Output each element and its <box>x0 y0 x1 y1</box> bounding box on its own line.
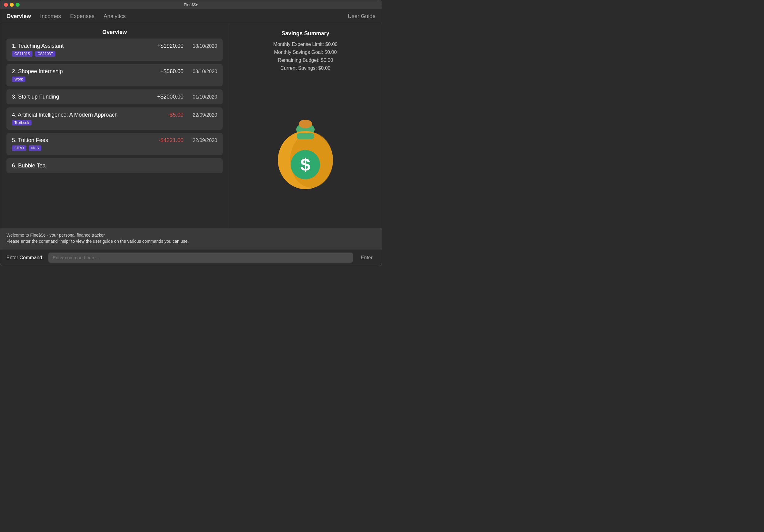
user-guide-link[interactable]: User Guide <box>348 13 376 20</box>
transaction-name: 5. Tuition Fees <box>12 137 48 144</box>
nav-link-analytics[interactable]: Analytics <box>103 12 125 21</box>
enter-button[interactable]: Enter <box>358 253 376 262</box>
transaction-name: 6. Bubble Tea <box>12 163 46 169</box>
savings-stat: Remaining Budget: $0.00 <box>235 58 376 63</box>
right-panel: Savings Summary Monthly Expense Limit: $… <box>229 24 382 228</box>
transaction-amount: +$560.00 <box>160 68 183 75</box>
svg-rect-4 <box>297 133 314 139</box>
message-line: Please enter the command "help" to view … <box>6 239 376 244</box>
tag: GIRO <box>12 145 26 151</box>
transaction-item[interactable]: 2. Shopee Internship+$560.0003/10/2020Wo… <box>6 64 223 86</box>
overview-header: Overview <box>0 24 229 39</box>
command-bar: Enter Command: Enter <box>0 249 382 266</box>
tag: NUS <box>29 145 41 151</box>
transaction-date: 22/09/2020 <box>193 112 217 118</box>
transaction-name: 3. Start-up Funding <box>12 94 59 100</box>
command-input[interactable] <box>48 252 353 263</box>
maximize-button[interactable] <box>16 3 20 7</box>
transaction-amount: +$1920.00 <box>157 43 183 49</box>
transaction-date: 22/09/2020 <box>193 138 217 143</box>
nav-link-overview[interactable]: Overview <box>6 12 31 21</box>
svg-text:$: $ <box>300 155 310 175</box>
transaction-list: 1. Teaching Assistant+$1920.0018/10/2020… <box>0 39 229 228</box>
transaction-date: 03/10/2020 <box>193 69 217 74</box>
savings-stat: Monthly Savings Goal: $0.00 <box>235 50 376 55</box>
transaction-name: 4. Artificial Intelligence: A Modern App… <box>12 112 118 118</box>
transaction-item[interactable]: 5. Tuition Fees-$4221.0022/09/2020GIRONU… <box>6 133 223 155</box>
transaction-item[interactable]: 3. Start-up Funding+$2000.0001/10/2020 <box>6 89 223 104</box>
transaction-amount: -$5.00 <box>168 112 183 118</box>
savings-stat: Monthly Expense Limit: $0.00 <box>235 42 376 47</box>
tag: CS1101S <box>12 51 33 57</box>
transaction-name: 1. Teaching Assistant <box>12 43 64 49</box>
savings-stat: Current Savings: $0.00 <box>235 66 376 71</box>
transaction-amount: -$4221.00 <box>159 137 183 144</box>
close-button[interactable] <box>4 3 8 7</box>
tag: Textbook <box>12 120 32 125</box>
transaction-item[interactable]: 1. Teaching Assistant+$1920.0018/10/2020… <box>6 39 223 61</box>
savings-stats: Monthly Expense Limit: $0.00Monthly Savi… <box>235 42 376 73</box>
tag: Work <box>12 76 25 82</box>
nav-link-incomes[interactable]: Incomes <box>40 12 61 21</box>
nav-links: OverviewIncomesExpensesAnalytics <box>6 12 348 21</box>
transaction-date: 18/10/2020 <box>193 44 217 49</box>
minimize-button[interactable] <box>10 3 14 7</box>
svg-point-3 <box>299 120 312 128</box>
transaction-item[interactable]: 4. Artificial Intelligence: A Modern App… <box>6 107 223 130</box>
main-content: Overview 1. Teaching Assistant+$1920.001… <box>0 24 382 228</box>
window-controls <box>4 3 20 7</box>
command-label: Enter Command: <box>6 255 44 260</box>
savings-title: Savings Summary <box>282 30 329 37</box>
nav-bar: OverviewIncomesExpensesAnalytics User Gu… <box>0 9 382 24</box>
title-bar: Fine$$e <box>0 0 382 9</box>
left-panel: Overview 1. Teaching Assistant+$1920.001… <box>0 24 229 228</box>
nav-link-expenses[interactable]: Expenses <box>70 12 95 21</box>
money-bag-icon: $ <box>272 111 339 191</box>
transaction-item[interactable]: 6. Bubble Tea <box>6 158 223 173</box>
money-bag-container: $ <box>272 79 339 222</box>
transaction-name: 2. Shopee Internship <box>12 68 63 75</box>
transaction-amount: +$2000.00 <box>157 94 183 100</box>
tag: CS2103T <box>35 51 56 57</box>
message-line: Welcome to Fine$$e - your personal finan… <box>6 233 376 237</box>
message-area: Welcome to Fine$$e - your personal finan… <box>0 228 382 249</box>
transaction-date: 01/10/2020 <box>193 94 217 100</box>
window-title: Fine$$e <box>184 2 198 7</box>
